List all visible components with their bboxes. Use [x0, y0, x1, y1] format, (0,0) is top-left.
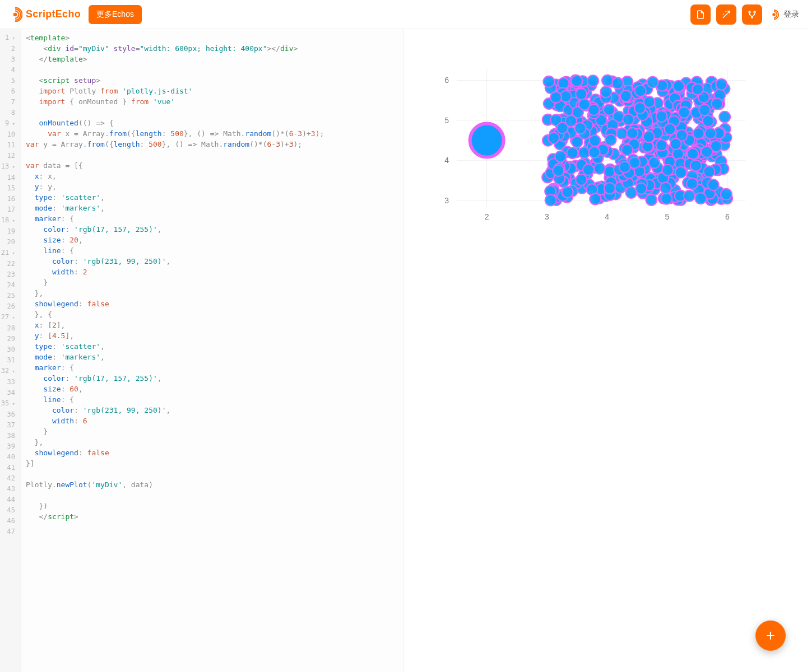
svg-point-503 — [575, 123, 586, 134]
svg-point-489 — [604, 104, 615, 115]
svg-point-476 — [548, 132, 559, 143]
svg-point-271 — [602, 75, 613, 86]
svg-point-431 — [703, 166, 715, 177]
svg-text:5: 5 — [444, 116, 449, 125]
svg-point-494 — [692, 83, 703, 95]
add-fab-button[interactable]: + — [755, 620, 786, 651]
svg-point-493 — [590, 193, 601, 204]
svg-point-414 — [562, 186, 573, 198]
brand[interactable]: ScriptEcho — [8, 7, 81, 22]
scatter-chart[interactable]: 234563456 — [426, 63, 751, 287]
svg-point-466 — [662, 165, 673, 176]
svg-text:5: 5 — [665, 212, 670, 221]
topbar: ScriptEcho 更多Echos 登录 — [0, 0, 807, 29]
svg-point-515 — [545, 194, 556, 206]
svg-point-520 — [656, 111, 667, 122]
svg-point-463 — [719, 111, 730, 123]
svg-point-490 — [612, 78, 623, 89]
code-editor[interactable]: 1234567891011121314151617181920212223242… — [0, 29, 404, 672]
svg-point-468 — [620, 90, 632, 101]
svg-text:4: 4 — [605, 212, 609, 221]
svg-point-486 — [711, 98, 722, 109]
svg-point-512 — [648, 157, 660, 169]
svg-point-433 — [636, 183, 647, 194]
svg-point-2 — [754, 11, 755, 13]
svg-text:6: 6 — [725, 212, 730, 221]
svg-point-410 — [647, 77, 658, 88]
svg-point-474 — [673, 81, 684, 92]
svg-point-499 — [656, 139, 667, 151]
svg-point-508 — [589, 147, 600, 158]
svg-point-361 — [567, 147, 578, 158]
svg-point-506 — [705, 128, 716, 139]
svg-point-484 — [660, 183, 671, 194]
more-echos-button[interactable]: 更多Echos — [89, 5, 142, 24]
svg-point-516 — [565, 115, 577, 127]
branch-icon — [747, 10, 757, 20]
svg-point-471 — [553, 165, 564, 176]
magic-button[interactable] — [716, 4, 736, 25]
editor-code[interactable]: <template> <div id="myDiv" style="width:… — [21, 29, 328, 672]
svg-text:6: 6 — [444, 76, 449, 85]
svg-point-109 — [543, 76, 554, 87]
editor-gutter: 1234567891011121314151617181920212223242… — [0, 29, 21, 672]
svg-point-517 — [664, 124, 675, 135]
svg-point-514 — [622, 144, 633, 156]
svg-point-482 — [576, 88, 587, 100]
svg-point-500 — [687, 178, 698, 189]
svg-point-366 — [646, 194, 657, 206]
brand-name-label: ScriptEcho — [26, 8, 81, 20]
svg-point-495 — [590, 135, 601, 146]
svg-text:2: 2 — [485, 212, 489, 221]
svg-point-472 — [550, 92, 562, 103]
svg-point-329 — [616, 128, 628, 139]
svg-point-505 — [670, 138, 681, 150]
svg-point-504 — [701, 146, 712, 157]
svg-point-485 — [623, 114, 634, 125]
brand-logo-icon — [8, 7, 22, 22]
wand-icon — [721, 10, 731, 20]
svg-point-523 — [470, 124, 504, 157]
svg-point-513 — [571, 76, 582, 87]
svg-point-465 — [699, 104, 710, 115]
svg-point-232 — [587, 75, 599, 86]
svg-point-3 — [752, 16, 753, 18]
topbar-right: 登录 — [690, 4, 799, 25]
svg-point-1 — [749, 11, 750, 13]
svg-point-510 — [619, 161, 630, 172]
svg-point-519 — [684, 190, 695, 202]
svg-point-496 — [604, 183, 615, 194]
svg-point-462 — [675, 167, 687, 178]
svg-text:3: 3 — [444, 196, 449, 205]
svg-text:4: 4 — [444, 156, 449, 165]
svg-point-509 — [695, 193, 706, 204]
svg-point-436 — [555, 151, 566, 162]
svg-point-432 — [635, 85, 646, 96]
new-file-button[interactable] — [690, 4, 711, 25]
svg-point-454 — [627, 128, 638, 139]
svg-point-391 — [661, 193, 672, 204]
login-link[interactable]: 登录 — [768, 8, 799, 21]
svg-point-348 — [605, 134, 616, 146]
svg-point-444 — [687, 148, 698, 160]
login-logo-icon — [768, 8, 780, 21]
svg-point-518 — [600, 86, 611, 97]
svg-point-397 — [721, 189, 732, 200]
svg-text:3: 3 — [545, 212, 549, 221]
file-icon — [695, 10, 706, 20]
preview-pane: 234563456 — [404, 29, 807, 672]
svg-point-460 — [579, 99, 590, 110]
svg-point-481 — [679, 107, 690, 118]
svg-point-0 — [13, 12, 17, 16]
svg-point-430 — [708, 179, 719, 190]
svg-point-511 — [634, 102, 646, 114]
branch-button[interactable] — [742, 4, 762, 25]
svg-point-522 — [643, 131, 655, 142]
plus-icon: + — [766, 627, 775, 645]
svg-point-483 — [716, 79, 727, 90]
svg-point-272 — [594, 163, 605, 174]
svg-point-4 — [772, 13, 776, 16]
svg-point-497 — [690, 160, 702, 171]
svg-point-368 — [703, 115, 714, 127]
workspace: 1234567891011121314151617181920212223242… — [0, 29, 807, 672]
